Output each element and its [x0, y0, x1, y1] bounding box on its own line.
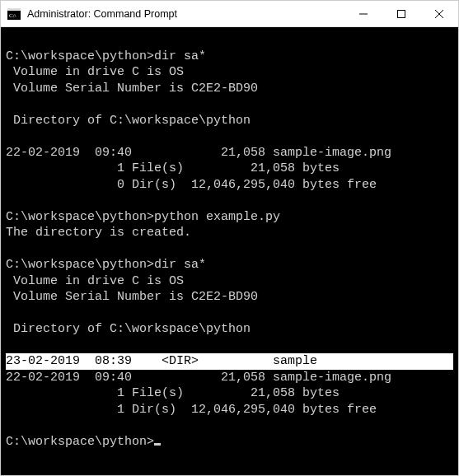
terminal-blank-line — [6, 241, 453, 258]
cmd-icon: C:\ — [7, 7, 21, 21]
svg-rect-4 — [398, 11, 405, 18]
terminal-line: 1 File(s) 21,058 bytes — [6, 161, 453, 177]
svg-text:C:\: C:\ — [9, 12, 16, 19]
terminal-line: Volume Serial Number is C2E2-BD90 — [6, 81, 453, 97]
svg-rect-1 — [7, 8, 21, 11]
window-title: Administrator: Command Prompt — [27, 8, 344, 20]
terminal-blank-line — [6, 128, 453, 145]
terminal-blank-line — [6, 96, 453, 113]
terminal-line: 0 Dir(s) 12,046,295,040 bytes free — [6, 177, 453, 194]
terminal-blank-line — [6, 193, 453, 209]
terminal-line: Directory of C:\workspace\python — [6, 113, 453, 129]
terminal-line: 1 Dir(s) 12,046,295,040 bytes free — [6, 402, 453, 418]
terminal-blank-line — [6, 338, 453, 354]
terminal-line: Volume Serial Number is C2E2-BD90 — [6, 289, 453, 306]
terminal-line: Directory of C:\workspace\python — [6, 321, 453, 338]
terminal-blank-line — [6, 32, 453, 49]
terminal-line: Volume in drive C is OS — [6, 64, 453, 81]
window-controls — [344, 1, 458, 26]
terminal-blank-line — [6, 306, 453, 322]
minimize-button[interactable] — [344, 1, 382, 27]
terminal-line: 22-02-2019 09:40 21,058 sample-image.png — [6, 370, 453, 386]
terminal-prompt: C:\workspace\python> — [6, 434, 453, 450]
terminal-line: 1 File(s) 21,058 bytes — [6, 385, 453, 402]
terminal-area[interactable]: C:\workspace\python>dir sa* Volume in dr… — [1, 27, 458, 475]
cursor — [154, 443, 161, 446]
terminal-line: C:\workspace\python>dir sa* — [6, 257, 453, 273]
terminal-line: Volume in drive C is OS — [6, 273, 453, 290]
terminal-blank-line — [6, 418, 453, 434]
close-button[interactable] — [420, 1, 458, 27]
window-titlebar: C:\ Administrator: Command Prompt — [1, 1, 458, 27]
terminal-line: C:\workspace\python>dir sa* — [6, 49, 453, 65]
terminal-line: The directory is created. — [6, 225, 453, 241]
maximize-button[interactable] — [382, 1, 420, 27]
terminal-highlighted-line: 23-02-2019 08:39 <DIR> sample — [6, 353, 453, 370]
terminal-line: 22-02-2019 09:40 21,058 sample-image.png — [6, 145, 453, 161]
terminal-line: C:\workspace\python>python example.py — [6, 209, 453, 226]
